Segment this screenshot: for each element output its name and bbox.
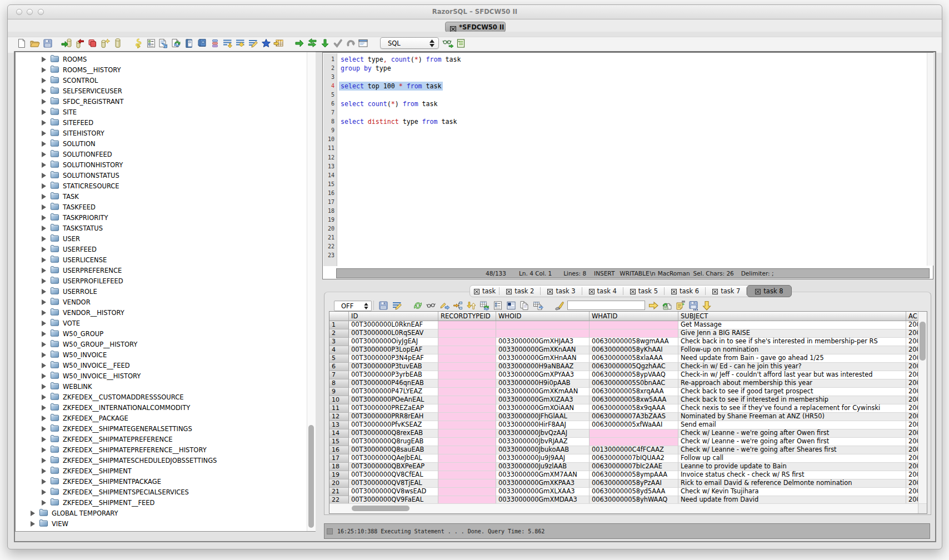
cell[interactable]: 2008 <box>906 454 918 463</box>
cell[interactable]: Re-approach about membership this year <box>678 379 906 388</box>
clipboard-notes-icon[interactable] <box>183 37 196 49</box>
table-vertical-scrollbar[interactable] <box>918 312 927 504</box>
code-line-3[interactable] <box>338 73 925 82</box>
row-number[interactable]: 2 <box>329 329 349 338</box>
tree-item-site[interactable]: SITE <box>16 107 306 117</box>
triangle-right-icon[interactable] <box>42 331 46 337</box>
cell[interactable] <box>438 479 496 488</box>
triangle-right-icon[interactable] <box>42 299 46 305</box>
triangle-right-icon[interactable] <box>42 183 46 189</box>
tree-item-weblink[interactable]: WEBLINK <box>16 381 306 392</box>
row-number[interactable]: 7 <box>329 371 349 379</box>
code-line-20[interactable] <box>338 224 925 233</box>
commit-check-icon[interactable] <box>331 37 344 49</box>
execute-script-icon[interactable] <box>132 37 144 49</box>
cell[interactable]: 2008 <box>906 421 918 429</box>
code-line-7[interactable] <box>338 108 925 117</box>
results-window-icon[interactable] <box>357 37 369 49</box>
cell[interactable]: 2008 <box>906 396 918 404</box>
tree-item-task[interactable]: TASK <box>16 191 306 202</box>
insert-node-icon[interactable] <box>451 299 464 312</box>
cell[interactable] <box>438 446 496 454</box>
table-refresh-icon[interactable] <box>478 299 491 312</box>
triangle-right-icon[interactable] <box>42 394 46 400</box>
cell[interactable]: 00T3000000QV8CfEAL <box>349 471 438 479</box>
note-add-icon[interactable] <box>673 299 687 312</box>
code-line-22[interactable] <box>338 242 925 251</box>
tree-item-zkfedex-package[interactable]: ZKFEDEX__PACKAGE <box>16 413 306 423</box>
cell[interactable]: 00T3000000P3N4pEAF <box>349 354 438 363</box>
row-number[interactable]: 5 <box>329 354 349 363</box>
cell[interactable]: 00630000007bIc2AAE <box>590 463 678 471</box>
cell[interactable] <box>438 454 496 463</box>
highlighter-pen-icon[interactable] <box>553 299 567 312</box>
triangle-right-icon[interactable] <box>42 278 46 284</box>
cell[interactable]: 2008 <box>906 404 918 413</box>
cell[interactable]: 006300000058yPzAAI <box>590 479 678 488</box>
triangle-right-icon[interactable] <box>42 215 46 221</box>
cell[interactable]: 00T3000000P46qnEAB <box>349 379 438 388</box>
tree-item-vendor-history[interactable]: VENDOR__HISTORY <box>16 307 306 318</box>
edit-cell-icon[interactable] <box>390 299 403 312</box>
cell[interactable]: 0033000000H9i0pAAB <box>496 379 590 388</box>
cell[interactable]: 00T3000000QAeJbEAL <box>349 454 438 463</box>
tree-item-taskstatus[interactable]: TASKSTATUS <box>16 223 306 233</box>
cell[interactable]: 0033000000GmXKPAA3 <box>496 479 590 488</box>
cell[interactable]: 0033000000GmXKnAAN <box>496 346 590 354</box>
cell[interactable]: Check back in to see if she's interested… <box>678 338 906 346</box>
cell[interactable] <box>438 346 496 354</box>
cell[interactable]: Check-in w/ Jeff - couldn't afford last … <box>678 371 906 379</box>
row-number[interactable]: 12 <box>329 413 349 421</box>
database-icon[interactable] <box>111 37 124 49</box>
cell[interactable]: 00T3000000PfvKSEAZ <box>349 421 438 429</box>
cell[interactable]: 00630000005S0bnAAC <box>590 379 678 388</box>
colored-list-icon[interactable] <box>208 37 221 49</box>
code-line-4[interactable]: select top 100 * from task <box>338 82 925 91</box>
cell[interactable]: 0033000000Ju9zlAAB <box>496 463 590 471</box>
cell[interactable]: Give Jenn a BIG RAISE <box>678 329 906 338</box>
row-number[interactable]: 15 <box>329 438 349 446</box>
cell[interactable]: 00T3000000PREZaEAP <box>349 404 438 413</box>
row-number[interactable]: 16 <box>329 446 349 454</box>
tree-item-rooms[interactable]: ROOMS <box>16 54 306 64</box>
tree-item-sitefeed[interactable]: SITEFEED <box>16 117 306 128</box>
arrow-down-yellow-icon[interactable] <box>700 299 713 312</box>
table-horizontal-scrollbar-thumb[interactable] <box>352 506 409 511</box>
list-diamond-icon[interactable] <box>234 37 247 49</box>
edit-pencil-icon[interactable] <box>247 37 259 49</box>
cell[interactable]: Check w/ Leanne - we're going after Owen… <box>678 438 906 446</box>
tree-item-userrole[interactable]: USERROLE <box>16 286 306 297</box>
cell[interactable]: Nominated by Shane Freeman at ANZ (HR50) <box>678 413 906 421</box>
tree-item-zkfedex-customaddresssource[interactable]: ZKFEDEX__CUSTOMADDRESSSOURCE <box>16 392 306 402</box>
cell[interactable]: 00630000007bIQUAA2 <box>590 454 678 463</box>
code-line-5[interactable] <box>338 91 925 99</box>
tree-item-zkfedex-shipmategeneralsettings[interactable]: ZKFEDEX__SHIPMATEGENERALSETTINGS <box>16 423 306 434</box>
code-line-11[interactable] <box>338 144 925 153</box>
cell[interactable]: Leanne to provide update to Bain <box>678 463 906 471</box>
cell[interactable]: 2008 <box>906 329 918 338</box>
tree-item-solution[interactable]: SOLUTION <box>16 138 306 149</box>
save-results-icon[interactable] <box>377 299 390 312</box>
tree-item-taskfeed[interactable]: TASKFEED <box>16 202 306 212</box>
export-page-icon[interactable] <box>157 37 170 49</box>
cell[interactable]: 00630000007A3bZAAS <box>590 413 678 421</box>
triangle-right-icon[interactable] <box>42 173 46 178</box>
triangle-right-icon[interactable] <box>42 384 46 389</box>
cell[interactable]: Get Massage <box>678 321 906 329</box>
result-tab-task-3[interactable]: task 3 <box>541 286 582 297</box>
cell[interactable]: 2008 <box>906 363 918 371</box>
cell[interactable] <box>438 396 496 404</box>
cell[interactable]: 00T3000000Q8rexEAB <box>349 429 438 438</box>
tree-item-taskpriority[interactable]: TASKPRIORITY <box>16 212 306 223</box>
table-copy-icon[interactable] <box>531 299 545 312</box>
cell[interactable]: 006300000058xrqAAA <box>590 388 678 396</box>
splitter-collapse-icon[interactable] <box>625 280 631 283</box>
cell[interactable]: 2008 <box>906 471 918 479</box>
save-icon[interactable] <box>41 37 54 49</box>
cell[interactable]: 0033000000Ju9J9AAJ <box>496 454 590 463</box>
cell[interactable]: 0033000000JbvQzAAJ <box>496 429 590 438</box>
tree-item-w50-group[interactable]: W50_GROUP <box>16 328 306 339</box>
open-file-icon[interactable] <box>28 37 41 49</box>
refresh-page-icon[interactable] <box>170 37 183 49</box>
tree-item-zkfedex-internationalcommodity[interactable]: ZKFEDEX__INTERNATIONALCOMMODITY <box>16 402 306 413</box>
